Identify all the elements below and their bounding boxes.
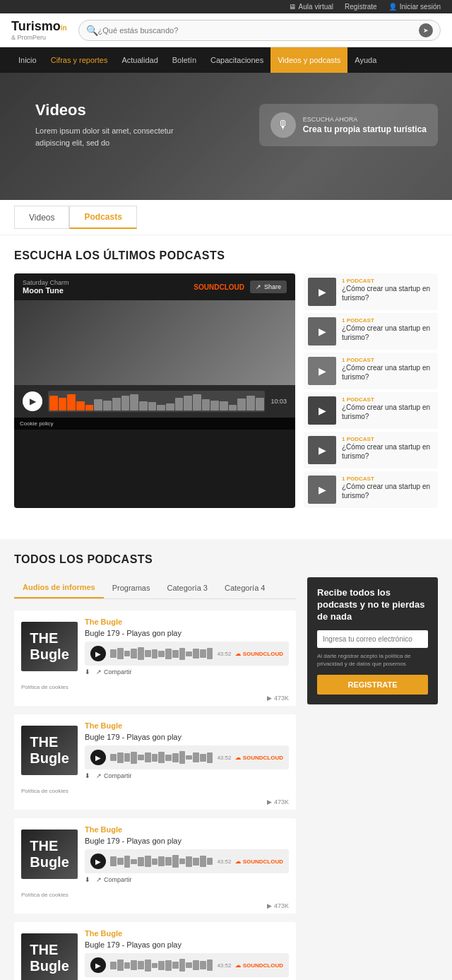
aula-virtual-link[interactable]: 🖥 Aula virtual [289, 3, 333, 11]
nav-videos[interactable]: Videos y podcasts [270, 47, 347, 73]
mini-player: ▶ 43:52 ☁ SOUNDCLOUD [85, 642, 289, 666]
nav-cifras[interactable]: Cifras y reportes [44, 47, 115, 73]
podcast-footer: ▶ 473K [14, 899, 296, 914]
search-icon: 🔍 [86, 25, 98, 36]
cookie-notice[interactable]: Cookie policy [14, 418, 295, 430]
sidebar-podcasts-list: ▶ 1 PODCAST ¿Cómo crear una startup en t… [304, 273, 438, 508]
download-button[interactable]: ⬇ [85, 668, 90, 675]
podcast-actions: ⬇ ↗ Compartir [85, 876, 289, 883]
podcast-actions: ⬇ ↗ Compartir [85, 772, 289, 779]
hero-description: Lorem ipsum dolor sit amet, consectetur … [35, 125, 177, 148]
mini-play-button[interactable]: ▶ [90, 957, 106, 973]
filter-cat4[interactable]: Categoría 4 [216, 577, 273, 598]
podcast-filters: Audios de informes Programas Categoría 3… [14, 577, 296, 599]
play-icon: ▶ [319, 326, 326, 337]
sidebar-thumb: ▶ [308, 357, 336, 385]
podcast-player-mini: The Bugle Bugle 179 - Playas gon play ▶ … [85, 825, 289, 883]
mini-player: ▶ 43:52 ☁ SOUNDCLOUD [85, 745, 289, 769]
cookie-policy-link[interactable]: Política de cookies [14, 786, 296, 796]
filter-programas[interactable]: Programas [104, 577, 159, 598]
play-button[interactable]: ▶ [23, 391, 42, 411]
download-button[interactable]: ⬇ [85, 876, 90, 883]
share-podcast-button[interactable]: ↗ Compartir [96, 772, 132, 779]
play-icon: ▶ [319, 405, 326, 416]
mini-waveform[interactable] [110, 647, 213, 661]
monitor-icon: 🖥 [289, 3, 296, 11]
sidebar-podcast-item[interactable]: ▶ 1 PODCAST ¿Cómo crear una startup en t… [304, 273, 438, 310]
filter-informes[interactable]: Audios de informes [14, 577, 104, 598]
nav-ayuda[interactable]: Ayuda [347, 47, 383, 73]
hero-podcast-card[interactable]: 🎙 ESCUCHA AHORA Crea tu propia startup t… [259, 104, 438, 146]
logo-text: Turismoín [11, 19, 67, 34]
time-display: 10:03 [270, 398, 287, 405]
sidebar-podcast-item[interactable]: ▶ 1 PODCAST ¿Cómo crear una startup en t… [304, 392, 438, 429]
newsletter-note: Al darte registrar acepto la política de… [317, 652, 428, 668]
share-podcast-button[interactable]: ↗ Compartir [96, 876, 132, 883]
sidebar-podcast-item[interactable]: ▶ 1 PODCAST ¿Cómo crear una startup en t… [304, 353, 438, 389]
main-nav: Inicio Cifras y reportes Actualidad Bole… [0, 47, 452, 73]
share-button[interactable]: ↗ Share [250, 281, 287, 293]
podcast-title-link[interactable]: The Bugle [85, 929, 289, 938]
mini-player: ▶ 43:52 ☁ SOUNDCLOUD [85, 849, 289, 873]
tab-videos[interactable]: Videos [14, 206, 69, 229]
soundcloud-label: SOUNDCLOUD [194, 283, 244, 291]
podcast-subtitle: Bugle 179 - Playas gon play [85, 837, 289, 845]
nav-capacitaciones[interactable]: Capacitaciones [203, 47, 270, 73]
search-submit-btn[interactable]: ➤ [419, 23, 433, 37]
podcast-player-mini: The Bugle Bugle 179 - Playas gon play ▶ … [85, 618, 289, 675]
mini-play-button[interactable]: ▶ [90, 854, 106, 869]
microphone-icon: 🎙 [270, 112, 296, 138]
share-podcast-button[interactable]: ↗ Compartir [96, 668, 132, 675]
sidebar-thumb: ▶ [308, 396, 336, 425]
sidebar-podcast-item[interactable]: ▶ 1 PODCAST ¿Cómo crear una startup en t… [304, 432, 438, 468]
podcast-row: THEBugle The Bugle Bugle 179 - Playas go… [21, 721, 289, 779]
podcast-player-mini: The Bugle Bugle 179 - Playas gon play ▶ … [85, 929, 289, 980]
sidebar-podcast-item[interactable]: ▶ 1 PODCAST ¿Cómo crear una startup en t… [304, 471, 438, 508]
download-icon: ⬇ [85, 772, 90, 779]
player-controls: ▶ [14, 385, 295, 418]
download-button[interactable]: ⬇ [85, 772, 90, 779]
cookie-policy-link[interactable]: Política de cookies [14, 683, 296, 692]
hero-podcast-text: ESCUCHA AHORA Crea tu propia startup tur… [303, 116, 427, 134]
play-icon: ▶ [319, 365, 326, 377]
nav-boletin[interactable]: Boletín [165, 47, 203, 73]
soundcloud-icon: ☁ SOUNDCLOUD [235, 962, 283, 969]
podcast-title-link[interactable]: The Bugle [85, 618, 289, 626]
newsletter-title: Recibe todos los podcasts y no te pierda… [317, 587, 428, 623]
sidebar-thumb: ▶ [308, 317, 336, 346]
sidebar-podcast-item[interactable]: ▶ 1 PODCAST ¿Cómo crear una startup en t… [304, 313, 438, 350]
newsletter-email-input[interactable] [317, 630, 428, 648]
cookie-policy-link[interactable]: Política de cookies [14, 890, 296, 899]
download-icon: ⬇ [85, 876, 90, 883]
mini-waveform[interactable] [110, 750, 213, 764]
register-link[interactable]: Registrate [345, 3, 377, 11]
play-icon: ▶ [267, 798, 272, 805]
login-link[interactable]: 👤 Iniciar sesión [388, 3, 441, 11]
nav-inicio[interactable]: Inicio [11, 47, 44, 73]
play-count: ▶ 473K [267, 695, 289, 702]
podcast-subtitle: Bugle 179 - Playas gon play [85, 940, 289, 949]
filter-cat3[interactable]: Categoría 3 [158, 577, 215, 598]
nav-actualidad[interactable]: Actualidad [114, 47, 165, 73]
tab-podcasts[interactable]: Podcasts [69, 206, 136, 229]
podcast-row: THEBugle The Bugle Bugle 179 - Playas go… [21, 929, 289, 980]
logo[interactable]: Turismoín & PromPeru [11, 19, 67, 41]
mini-waveform[interactable] [110, 854, 213, 868]
podcast-player-mini: The Bugle Bugle 179 - Playas gon play ▶ … [85, 721, 289, 779]
waveform[interactable] [48, 391, 265, 412]
podcast-title-link[interactable]: The Bugle [85, 825, 289, 834]
mini-play-button[interactable]: ▶ [90, 750, 106, 765]
podcast-footer: ▶ 473K [14, 692, 296, 706]
search-bar: 🔍 ➤ [78, 20, 441, 41]
mini-play-button[interactable]: ▶ [90, 646, 106, 661]
sidebar-thumb: ▶ [308, 476, 336, 504]
podcast-row: THEBugle The Bugle Bugle 179 - Playas go… [21, 825, 289, 883]
mini-waveform[interactable] [110, 958, 213, 972]
newsletter-register-button[interactable]: REGISTRATE [317, 675, 428, 695]
play-icon: ▶ [267, 695, 272, 702]
podcast-title-link[interactable]: The Bugle [85, 721, 289, 730]
podcast-card: THEBugle The Bugle Bugle 179 - Playas go… [14, 818, 296, 914]
podcast-thumbnail: THEBugle [21, 830, 78, 879]
search-input[interactable] [98, 26, 419, 35]
hero-section: Videos Lorem ipsum dolor sit amet, conse… [0, 73, 452, 200]
